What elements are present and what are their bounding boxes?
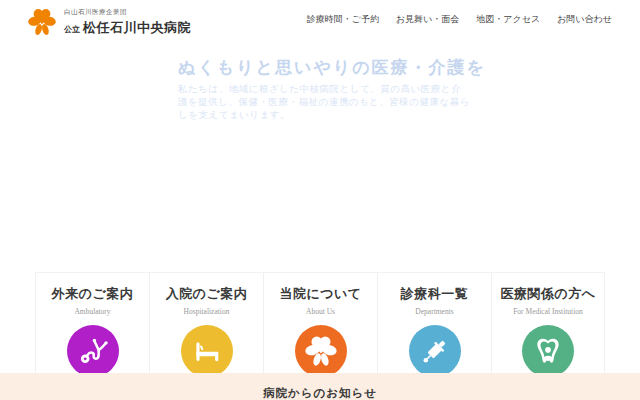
nav-link-contact[interactable]: お問い合わせ (557, 13, 612, 26)
syringe-icon (409, 325, 461, 373)
logo-text: 白山石川医療企業団 公立 松任石川中央病院 (64, 5, 191, 37)
card-title: 当院について (264, 285, 377, 303)
bed-icon (181, 325, 233, 373)
nav-link-hours-reservation[interactable]: 診療時間・ご予約 (307, 13, 379, 26)
news-heading: 病院からのお知らせ (0, 373, 640, 400)
stethoscope-icon (67, 325, 119, 373)
hospital-name: 松任石川中央病院 (83, 19, 191, 37)
card-inpatient-guide[interactable]: 入院のご案内 Hospitalization (149, 273, 263, 373)
organization-name: 白山石川医療企業団 (64, 8, 191, 17)
hospital-logo-icon (27, 7, 57, 37)
card-title: 診療科一覧 (378, 285, 491, 303)
card-subtitle: Hospitalization (150, 307, 263, 316)
card-outpatient-guide[interactable]: 外来のご案内 Ambulatory (35, 273, 149, 373)
card-subtitle: Ambulatory (36, 307, 149, 316)
card-subtitle: About Us (264, 307, 377, 316)
card-medical-professionals[interactable]: 医療関係の方へ For Medical Institution (491, 273, 605, 373)
hospital-logo-icon (295, 325, 347, 373)
card-departments[interactable]: 診療科一覧 Departments (377, 273, 491, 373)
card-title: 入院のご案内 (150, 285, 263, 303)
card-subtitle: For Medical Institution (492, 307, 604, 316)
card-about-us[interactable]: 当院について About Us (263, 273, 377, 373)
hospital-name-prefix: 公立 (64, 24, 80, 35)
nav-link-map-access[interactable]: 地図・アクセス (476, 13, 540, 26)
news-section: 病院からのお知らせ (0, 373, 640, 400)
quick-menu: 外来のご案内 Ambulatory 入院のご案内 Hospitalization (35, 272, 605, 373)
card-title: 医療関係の方へ (492, 285, 604, 303)
top-navigation: 診療時間・ご予約 お見舞い・面会 地図・アクセス お問い合わせ (307, 13, 612, 26)
site-header: 白山石川医療企業団 公立 松任石川中央病院 診療時間・ご予約 お見舞い・面会 地… (0, 0, 640, 40)
hero-title: ぬくもりと思いやりの医療・介護を (178, 56, 486, 79)
hero-description: 私たちは、地域に根ざした中核病院として、質の高い医療と介護を提供し、保健・医療・… (178, 82, 470, 121)
medical-staff-icon (522, 325, 574, 373)
card-title: 外来のご案内 (36, 285, 149, 303)
card-subtitle: Departments (378, 307, 491, 316)
nav-link-visiting[interactable]: お見舞い・面会 (396, 13, 459, 26)
hero-section: ぬくもりと思いやりの医療・介護を 私たちは、地域に根ざした中核病院として、質の高… (0, 40, 640, 272)
site-logo[interactable]: 白山石川医療企業団 公立 松任石川中央病院 (27, 5, 191, 37)
